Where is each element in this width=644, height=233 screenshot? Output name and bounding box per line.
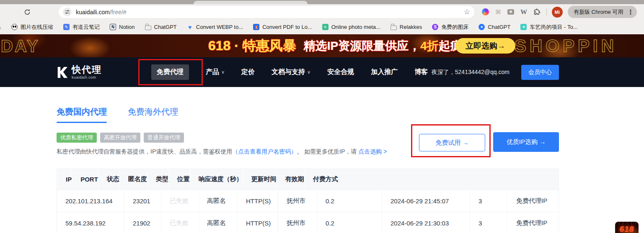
bookmark-item[interactable]: ♥Convert WEBP to... bbox=[187, 24, 243, 30]
bookmark-item[interactable]: ✎有道云笔记 bbox=[63, 23, 100, 31]
nav-menu: 免费代理 产品∨ 定价 文档与支持∨ 安全合规 加入推广 博客 bbox=[151, 64, 428, 80]
bookmark-item[interactable]: NNotion bbox=[110, 24, 135, 30]
browser-chrome: kuaidaili.com/free/# ☆ ⌘ W Mi 有新版 Chrome… bbox=[0, 0, 644, 34]
table-header-cell: IP bbox=[57, 169, 72, 189]
banner-day-text: DAY bbox=[1, 36, 40, 55]
promo-banner[interactable]: DAY 618 · 特惠风暴 精选IP资源限量供应，4折起疯抢中! 立即选购→ … bbox=[0, 34, 644, 57]
photo-meta-icon: ≡ bbox=[322, 24, 328, 30]
chrome-update-label: 有新版 Chrome 可用 bbox=[574, 8, 623, 16]
brain-extension-icon[interactable] bbox=[482, 8, 489, 15]
cell-port: 23201 bbox=[124, 190, 161, 212]
view-credentials-link[interactable]: （点击查看用户名密码） bbox=[232, 148, 297, 155]
banner-discount: 4折 bbox=[420, 39, 439, 52]
bookmark-item[interactable]: ▮Convert PDF to Lo... bbox=[253, 24, 312, 30]
table-header-cell: 响应速度（秒） bbox=[190, 169, 243, 189]
table-header: IPPORT状态匿名度类型位置响应速度（秒）更新时间有效期付费方式 bbox=[57, 169, 559, 189]
notion-icon: N bbox=[110, 24, 116, 30]
member-center-button[interactable]: 会员中心 bbox=[521, 65, 559, 80]
trial-button-wrap: 免费试用 → bbox=[419, 134, 485, 151]
cell-validity: 3 bbox=[470, 212, 507, 233]
main-content: 免费国内代理 免费海外代理 优质私密代理 高匿开放代理 普通开放代理 私密代理由… bbox=[57, 106, 559, 233]
bookmark-item[interactable]: ≡Online photo meta... bbox=[322, 24, 380, 30]
tag-private-proxy[interactable]: 优质私密代理 bbox=[57, 133, 97, 143]
cell-ip: 59.54.238.192 bbox=[57, 212, 124, 233]
url-path: /free/# bbox=[110, 9, 127, 15]
cell-ip: 202.101.213.164 bbox=[57, 190, 124, 212]
pdf-convert-icon: ▮ bbox=[253, 24, 259, 30]
table-header-cell: PORT bbox=[72, 169, 98, 189]
nav-item-docs[interactable]: 文档与支持∨ bbox=[272, 68, 310, 77]
nav-item-pricing[interactable]: 定价 bbox=[241, 68, 255, 77]
extensions-puzzle-icon[interactable] bbox=[533, 8, 541, 15]
bookmark-item[interactable]: 具 bbox=[0, 23, 1, 31]
table-header-cell: 付费方式 bbox=[304, 169, 338, 189]
table-header-cell: 类型 bbox=[147, 169, 168, 189]
cell-status: 已失效 bbox=[161, 212, 198, 233]
tab-domestic-free[interactable]: 免费国内代理 bbox=[57, 106, 107, 123]
bookmark-item[interactable]: Relakkes bbox=[391, 24, 422, 30]
table-row: 59.54.238.192 21902 已失效 高匿名 HTTP(S) 抚州市 … bbox=[57, 212, 559, 233]
info-row: 优质私密代理 高匿开放代理 普通开放代理 私密代理由快代理自营服务器提供，IP速… bbox=[57, 133, 559, 160]
folder-icon bbox=[145, 26, 151, 30]
panda-icon bbox=[11, 24, 18, 30]
user-greeting: 夜深了，524134442@qq.com bbox=[432, 69, 510, 76]
free-trial-button[interactable]: 免费试用 → bbox=[419, 134, 485, 151]
wikipedia-extension-icon[interactable]: W bbox=[520, 8, 527, 16]
folder-icon bbox=[391, 26, 397, 30]
kuaidaili-logo[interactable]: 快代理 kuaidaili.com bbox=[56, 65, 102, 79]
bookmark-item[interactable]: ✦ChatGPT bbox=[478, 24, 510, 30]
bookmarks-bar: 具 图片在线压缩 ✎有道云笔记 NNotion ChatGPT ♥Convert… bbox=[0, 20, 644, 34]
cell-status: 已失效 bbox=[161, 190, 198, 212]
banner-cta-button[interactable]: 立即选购→ bbox=[455, 38, 515, 54]
cell-type: HTTP(S) bbox=[237, 212, 278, 233]
cell-speed: 0.2 bbox=[317, 212, 382, 233]
browser-toolbar: kuaidaili.com/free/# ☆ ⌘ W Mi 有新版 Chrome… bbox=[0, 4, 644, 20]
table-header-cell: 有效期 bbox=[277, 169, 304, 189]
active-tab[interactable] bbox=[194, 1, 308, 4]
chevron-down-icon: ∨ bbox=[221, 69, 225, 75]
tag-anonymous-open-proxy[interactable]: 高匿开放代理 bbox=[100, 133, 140, 143]
reload-button[interactable] bbox=[23, 8, 32, 17]
bookmark-item[interactable]: 图片在线压缩 bbox=[11, 23, 53, 31]
todo-project-icon: ✦ bbox=[520, 24, 527, 30]
tag-normal-open-proxy[interactable]: 普通开放代理 bbox=[144, 133, 184, 143]
nav-item-affiliate[interactable]: 加入推广 bbox=[371, 68, 398, 77]
chrome-update-button[interactable]: 有新版 Chrome 可用 ⋮ bbox=[568, 6, 637, 18]
bookmark-item[interactable]: ✦车艺尚的项目 - To... bbox=[520, 23, 577, 31]
proxy-table: IPPORT状态匿名度类型位置响应速度（秒）更新时间有效期付费方式 202.10… bbox=[57, 169, 559, 233]
cell-speed: 0.2 bbox=[317, 190, 382, 212]
menu-kebab-icon[interactable]: ⋮ bbox=[627, 8, 634, 16]
table-header-cell: 更新时间 bbox=[243, 169, 277, 189]
cell-location: 抚州市 bbox=[278, 212, 317, 233]
bookmark-item[interactable]: ChatGPT bbox=[145, 24, 177, 30]
heart-icon: ♥ bbox=[187, 24, 193, 30]
toolbar-divider bbox=[546, 8, 547, 16]
cell-updated: 2024-06-29 21:45:07 bbox=[382, 190, 470, 212]
kuaidaili-logo-icon bbox=[56, 66, 68, 79]
command-extension-icon[interactable]: ⌘ bbox=[495, 8, 501, 16]
logo-subtext: kuaidaili.com bbox=[72, 75, 102, 79]
nav-item-free-proxy[interactable]: 免费代理 bbox=[151, 64, 189, 80]
cell-type: HTTP(S) bbox=[237, 190, 278, 212]
tab-strip[interactable] bbox=[0, 0, 644, 4]
nav-item-compliance[interactable]: 安全合规 bbox=[327, 68, 354, 77]
cell-port: 21902 bbox=[124, 212, 161, 233]
badge-618[interactable]: 618 bbox=[615, 222, 639, 233]
table-body: 202.101.213.164 23201 已失效 高匿名 HTTP(S) 抚州… bbox=[57, 189, 559, 233]
bookmark-star-icon[interactable]: ☆ bbox=[464, 8, 470, 16]
nav-item-blog[interactable]: 博客 bbox=[414, 68, 428, 77]
cell-location: 抚州市 bbox=[278, 190, 317, 212]
url-text[interactable]: kuaidaili.com/free/# bbox=[76, 9, 127, 15]
url-domain: kuaidaili.com bbox=[76, 9, 110, 15]
tab-overseas-free[interactable]: 免费海外代理 bbox=[128, 106, 178, 123]
reload-icon bbox=[23, 8, 31, 16]
site-settings-icon[interactable] bbox=[63, 8, 72, 16]
url-bar[interactable]: kuaidaili.com/free/# ☆ bbox=[59, 6, 474, 18]
camera-extension-icon[interactable] bbox=[507, 9, 514, 15]
premium-ip-button[interactable]: 优质IP选购 → bbox=[493, 132, 559, 152]
nav-item-products[interactable]: 产品∨ bbox=[206, 68, 225, 77]
site-nav: 快代理 kuaidaili.com 免费代理 产品∨ 定价 文档与支持∨ 安全合… bbox=[0, 57, 644, 87]
buy-link[interactable]: 点击选购 > bbox=[358, 148, 387, 155]
bookmark-item[interactable]: S免费的图床 bbox=[432, 23, 468, 31]
profile-avatar[interactable]: Mi bbox=[552, 7, 563, 18]
